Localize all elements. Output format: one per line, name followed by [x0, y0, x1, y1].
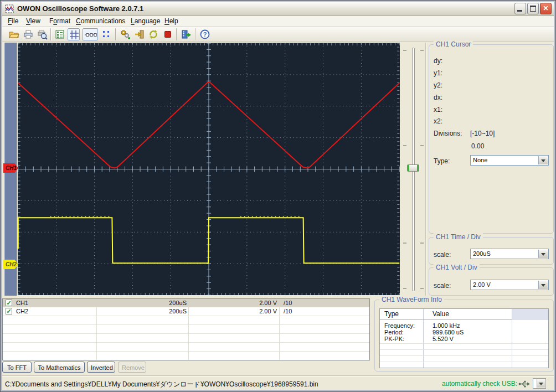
help-icon: ?: [199, 29, 210, 40]
combo-arrow-button[interactable]: [537, 379, 545, 388]
close-button[interactable]: ✕: [540, 3, 552, 14]
usb-check-label: automatically check USB:: [442, 380, 517, 388]
channel-table: ✓ CH1 200uS 2.00 V /10 ✓ CH2 200uS 2.00 …: [2, 298, 370, 360]
menu-format[interactable]: Format: [49, 17, 70, 25]
inverted-button[interactable]: Inverted: [87, 362, 115, 373]
ch1-voltdiv: 2.00 V: [214, 300, 277, 306]
info-row-frequency: Frequency:1.000 kHz: [380, 322, 548, 329]
file-path: C:¥Documents and Settings¥DELL¥My Docume…: [5, 380, 318, 389]
row-divider: [380, 349, 548, 350]
x1-label: x1:: [434, 106, 442, 114]
table-row-ch1[interactable]: ✓ CH1 200uS 2.00 V /10: [3, 299, 369, 307]
menu-view[interactable]: View: [26, 17, 40, 25]
ch1-timediv-panel: CH1 Time / Div scale: 200uS: [429, 237, 554, 265]
ch2-name: CH2: [16, 308, 28, 314]
panel-divider: [425, 43, 426, 296]
maximize-icon: [530, 6, 536, 12]
window-title: OWON Oscilloscope Software 2.0.7.1: [17, 4, 513, 13]
title-bar[interactable]: OWON Oscilloscope Software 2.0.7.1 ✕: [2, 2, 554, 16]
combo-arrow-button[interactable]: [538, 156, 548, 164]
print-button[interactable]: [22, 28, 34, 40]
slider-tick: [403, 145, 406, 146]
connect-icon: [134, 29, 145, 40]
divisions-range: [-10~10]: [470, 130, 495, 137]
to-mathematics-button[interactable]: To Mathematics: [34, 362, 85, 373]
waveform-info-table: Type Value Frequency:1.000 kHz Period:99…: [379, 308, 549, 368]
usb-device-select[interactable]: [533, 378, 546, 389]
ch2-timebase: 200uS: [130, 308, 187, 314]
export-button[interactable]: [180, 28, 192, 40]
channel-list-button[interactable]: [54, 28, 66, 40]
print-preview-button[interactable]: [36, 28, 48, 40]
type-column-header: Type: [384, 310, 399, 318]
combo-arrow-button[interactable]: [538, 250, 548, 258]
toolbar: ?: [2, 27, 554, 42]
toolbar-separator: [176, 28, 177, 40]
header-extra-cell: [512, 309, 548, 320]
ch1-cursor-title: CH1 Cursor: [434, 40, 473, 48]
menu-file[interactable]: File: [8, 17, 18, 25]
usb-icon: [518, 380, 531, 388]
ch2-visible-checkbox[interactable]: ✓: [6, 308, 12, 314]
ch1-voltdiv-title: CH1 Volt / Div: [434, 264, 480, 271]
time-scale-value: 200uS: [473, 250, 491, 257]
checklist-icon: [54, 29, 65, 40]
slider-tick: [403, 243, 406, 244]
chevron-down-icon: [541, 284, 545, 287]
settings-button[interactable]: [119, 28, 131, 40]
volt-scale-select[interactable]: 2.00 V: [470, 280, 549, 290]
divisions-value: 0.00: [471, 142, 484, 150]
waveform-info-header: Type Value: [380, 309, 548, 320]
trigger-slider-handle[interactable]: [407, 164, 419, 172]
row-divider: [3, 316, 369, 316]
row-divider: [3, 351, 369, 352]
open-button[interactable]: [8, 28, 20, 40]
app-logo-icon: [4, 4, 14, 14]
time-scale-select[interactable]: 200uS: [470, 249, 549, 259]
waveform-info-title: CH1 WaveForm Info: [379, 296, 444, 303]
status-bar: C:¥Documents and Settings¥DELL¥My Docume…: [2, 375, 554, 390]
minimize-button[interactable]: [514, 3, 526, 14]
ch1-attenuation: /10: [284, 300, 292, 306]
maximize-button[interactable]: [527, 3, 539, 14]
grid-view-button[interactable]: [68, 28, 80, 40]
menu-language[interactable]: Language: [131, 17, 160, 25]
chevron-down-icon: [541, 253, 545, 256]
help-button[interactable]: ?: [199, 28, 211, 40]
dots-icon: [101, 29, 112, 40]
x2-label: x2:: [434, 117, 442, 125]
connect-button[interactable]: [133, 28, 146, 40]
divisions-label: Divisions:: [434, 130, 462, 137]
stop-button[interactable]: [162, 28, 174, 40]
refresh-button[interactable]: [147, 28, 159, 40]
volt-scale-label: scale:: [434, 282, 451, 290]
toolbar-separator: [195, 28, 196, 40]
menu-communications[interactable]: Communications: [76, 17, 125, 25]
menu-help[interactable]: Help: [164, 17, 178, 25]
row-divider: [3, 324, 369, 325]
dash-line-view-button[interactable]: [83, 28, 98, 40]
table-row-ch2[interactable]: ✓ CH2 200uS 2.00 V /10: [3, 307, 369, 316]
dash-line-icon: [84, 29, 98, 40]
refresh-icon: [148, 29, 159, 40]
time-scale-label: scale:: [434, 251, 451, 259]
export-movie-icon: [181, 29, 192, 40]
ch1-voltdiv-panel: CH1 Volt / Div scale: 2.00 V: [429, 267, 554, 296]
slider-tick: [403, 288, 406, 289]
combo-arrow-button[interactable]: [538, 281, 548, 289]
cursor-type-select[interactable]: None: [470, 155, 549, 166]
y2-label: y2:: [434, 81, 442, 89]
ch2-attenuation: /10: [284, 308, 292, 314]
to-fft-button[interactable]: To FFT: [2, 362, 32, 373]
row-divider: [380, 343, 548, 344]
ch2-voltdiv: 2.00 V: [214, 308, 277, 314]
ch1-visible-checkbox[interactable]: ✓: [6, 300, 12, 306]
gears-icon: [120, 29, 131, 40]
dots-view-button[interactable]: [100, 28, 112, 40]
cursor-type-value: None: [473, 157, 487, 163]
slider-tick: [420, 243, 424, 244]
info-row-pkpk: PK-PK:5.520 V: [380, 336, 548, 342]
printer-icon: [23, 29, 34, 40]
volt-scale-value: 2.00 V: [473, 281, 491, 288]
dx-label: dx:: [434, 94, 442, 101]
